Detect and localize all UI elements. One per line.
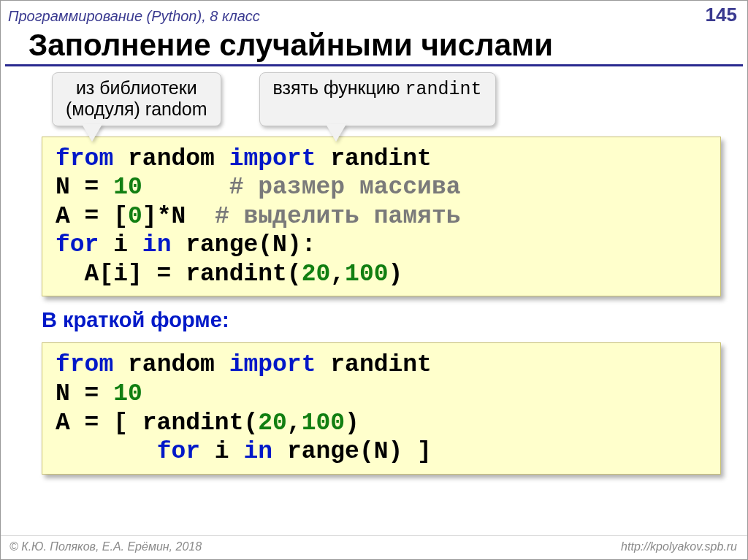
code-text: A = [ randint(	[56, 410, 258, 437]
code-number: 0	[128, 203, 142, 230]
code-text: ,	[287, 410, 302, 437]
code-number: 10	[113, 380, 142, 407]
slide: Программирование (Python), 8 класс 145 З…	[0, 0, 748, 560]
code-text: )	[389, 261, 403, 288]
code-comment: # выделить память	[215, 203, 461, 230]
code-number: 20	[258, 410, 287, 437]
code-number: 100	[302, 410, 345, 437]
code-comment: # размер массива	[229, 174, 461, 201]
code-keyword: in	[142, 231, 172, 258]
copyright: © К.Ю. Поляков, Е.А. Ерёмин, 2018	[9, 540, 202, 553]
code-number: 20	[302, 261, 331, 288]
code-text: range(N) ]	[272, 438, 432, 465]
callout-text: взять функцию	[273, 77, 405, 98]
code-text: random	[113, 145, 229, 172]
code-keyword: from	[56, 145, 113, 172]
callout-text: из библиотеки	[66, 77, 207, 99]
code-keyword: import	[229, 351, 316, 378]
code-text: N =	[56, 174, 113, 201]
course-label: Программирование (Python), 8 класс	[8, 8, 260, 25]
code-text: ,	[330, 261, 345, 288]
code-text: range(N):	[171, 231, 316, 258]
callout-library: из библиотеки (модуля) random	[52, 72, 221, 126]
code-text: )	[345, 410, 359, 437]
slide-title: Заполнение случайными числами	[5, 28, 743, 66]
code-text: ]*N	[142, 203, 215, 230]
slide-header: Программирование (Python), 8 класс 145	[1, 1, 747, 28]
code-text: random	[113, 351, 229, 378]
code-keyword: in	[243, 438, 272, 465]
code-keyword: from	[56, 351, 113, 378]
code-number: 100	[345, 261, 388, 288]
code-text: i	[99, 231, 142, 258]
callouts-row: из библиотеки (модуля) random взять функ…	[1, 72, 747, 126]
code-text: i	[200, 438, 243, 465]
code-number: 10	[113, 174, 142, 201]
footer-url: http://kpolyakov.spb.ru	[621, 540, 737, 553]
code-text: randint	[316, 351, 431, 378]
code-block-main: from random import randint N = 10 # разм…	[42, 137, 721, 297]
code-keyword: for	[157, 438, 200, 465]
code-text: A[i] = randint(	[56, 261, 302, 288]
code-text: randint	[316, 145, 431, 172]
code-block-short: from random import randint N = 10 A = [ …	[42, 342, 721, 474]
subheading-short-form: В краткой форме:	[42, 308, 747, 332]
code-pad	[142, 174, 229, 201]
code-keyword: import	[229, 145, 316, 172]
callout-mono: randint	[405, 79, 482, 100]
callout-function: взять функцию randint	[259, 72, 496, 126]
callout-text: (модуля) random	[66, 99, 207, 120]
page-number: 145	[706, 4, 737, 26]
code-text: N =	[56, 380, 113, 407]
code-text: A = [	[56, 203, 128, 230]
slide-footer: © К.Ю. Поляков, Е.А. Ерёмин, 2018 http:/…	[1, 535, 747, 559]
code-pad	[56, 438, 157, 465]
code-keyword: for	[56, 231, 99, 258]
